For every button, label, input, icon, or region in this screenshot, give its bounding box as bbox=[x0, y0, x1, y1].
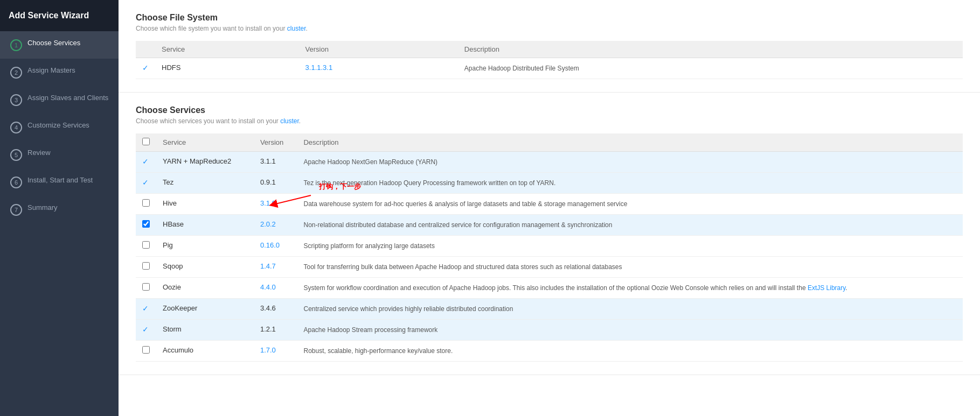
fs-version: 3.1.1.3.1 bbox=[299, 58, 458, 79]
svc-desc-cell: Apache Hadoop NextGen MapReduce (YARN) bbox=[297, 152, 963, 173]
svc-description: Apache Hadoop Stream processing framewor… bbox=[303, 326, 437, 334]
cluster-link[interactable]: cluster bbox=[287, 25, 306, 32]
fixed-check-icon: ✓ bbox=[142, 157, 149, 166]
service-row: Pig 0.16.0 Scripting platform for analyz… bbox=[136, 236, 963, 257]
svc-description: Centralized service which provides highl… bbox=[303, 305, 513, 313]
filesystem-row: ✓ HDFS 3.1.1.3.1 Apache Hadoop Distribut… bbox=[136, 58, 963, 79]
svc-checkbox[interactable] bbox=[142, 283, 150, 291]
fs-checkbox-cell[interactable]: ✓ bbox=[136, 58, 155, 79]
step-label-3: Assign Slaves and Clients bbox=[27, 94, 108, 103]
step-label-2: Assign Masters bbox=[27, 66, 75, 75]
check-icon: ✓ bbox=[142, 64, 149, 72]
svc-desc-cell: System for workflow coordination and exe… bbox=[297, 278, 963, 299]
svc-checkbox[interactable] bbox=[142, 220, 150, 228]
sidebar-item-customize-services[interactable]: 4 Customize Services bbox=[0, 114, 119, 141]
cluster-link2[interactable]: cluster bbox=[280, 117, 299, 125]
fixed-check-icon: ✓ bbox=[142, 178, 149, 187]
svc-description: Robust, scalable, high-performance key/v… bbox=[303, 347, 453, 355]
service-row: ✓ ZooKeeper 3.4.6 Centralized service wh… bbox=[136, 299, 963, 320]
svc-name: Sqoop bbox=[156, 257, 254, 278]
svc-fixed-check-cell: ✓ bbox=[136, 173, 156, 194]
sidebar-item-choose-services[interactable]: 1 Choose Services bbox=[0, 31, 119, 59]
svc-checkbox-cell[interactable] bbox=[136, 341, 156, 362]
svc-fixed-check-cell: ✓ bbox=[136, 152, 156, 173]
svc-name: ZooKeeper bbox=[156, 299, 254, 320]
service-row: ✓ Storm 1.2.1 Apache Hadoop Stream proce… bbox=[136, 320, 963, 341]
svc-fixed-check-cell: ✓ bbox=[136, 320, 156, 341]
sidebar-title: Add Service Wizard bbox=[0, 0, 119, 31]
sidebar-item-assign-masters[interactable]: 2 Assign Masters bbox=[0, 59, 119, 86]
svc-checkbox[interactable] bbox=[142, 346, 150, 354]
service-row: Accumulo 1.7.0 Robust, scalable, high-pe… bbox=[136, 341, 963, 362]
svc-desc-cell: Centralized service which provides highl… bbox=[297, 299, 963, 320]
svc-version: 0.9.1 bbox=[254, 173, 297, 194]
svc-version-link[interactable]: 0.16.0 bbox=[260, 241, 280, 249]
select-all-checkbox[interactable] bbox=[142, 138, 150, 145]
svc-version-link[interactable]: 4.4.0 bbox=[260, 283, 276, 291]
svc-name: Storm bbox=[156, 320, 254, 341]
sidebar-item-assign-slaves-and-clients[interactable]: 3 Assign Slaves and Clients bbox=[0, 86, 119, 114]
step-num-2: 2 bbox=[10, 67, 22, 79]
svc-name: HBase bbox=[156, 215, 254, 236]
service-row: ✓ YARN + MapReduce2 3.1.1 Apache Hadoop … bbox=[136, 152, 963, 173]
service-row: Oozie 4.4.0 System for workflow coordina… bbox=[136, 278, 963, 299]
svc-checkbox[interactable] bbox=[142, 262, 150, 270]
fs-col-service: Service bbox=[155, 41, 299, 58]
filesystem-section-subtitle: Choose which file system you want to ins… bbox=[136, 25, 963, 32]
svc-name: Tez bbox=[156, 173, 254, 194]
svc-version-link[interactable]: 3.1.0 bbox=[260, 199, 276, 207]
svc-desc-cell: Tool for transferring bulk data between … bbox=[297, 257, 963, 278]
svc-desc-cell: Robust, scalable, high-performance key/v… bbox=[297, 341, 963, 362]
svc-desc-cell: Non-relational distributed database and … bbox=[297, 215, 963, 236]
service-row: ✓ Tez 0.9.1 Tez is the next generation H… bbox=[136, 173, 963, 194]
svc-version: 1.2.1 bbox=[254, 320, 297, 341]
svc-checkbox-cell[interactable] bbox=[136, 257, 156, 278]
svc-version: 3.4.6 bbox=[254, 299, 297, 320]
fs-service-name: HDFS bbox=[155, 58, 299, 79]
svc-version: 3.1.0 bbox=[254, 194, 297, 215]
svc-col-version: Version bbox=[254, 133, 297, 152]
fs-description: Apache Hadoop Distributed File System bbox=[458, 58, 963, 79]
svc-name: Hive bbox=[156, 194, 254, 215]
main-content: Choose File System Choose which file sys… bbox=[119, 0, 980, 416]
services-section: Choose Services Choose which services yo… bbox=[119, 93, 980, 375]
services-section-subtitle: Choose which services you want to instal… bbox=[136, 117, 963, 125]
svc-checkbox[interactable] bbox=[142, 199, 150, 207]
svc-checkbox-cell[interactable] bbox=[136, 194, 156, 215]
step-label-4: Customize Services bbox=[27, 121, 89, 130]
svc-version: 1.4.7 bbox=[254, 257, 297, 278]
step-num-5: 5 bbox=[10, 149, 22, 161]
svc-description: Data warehouse system for ad-hoc queries… bbox=[303, 200, 627, 208]
step-label-6: Install, Start and Test bbox=[27, 176, 93, 185]
sidebar-item-summary[interactable]: 7 Summary bbox=[0, 196, 119, 223]
svc-description: System for workflow coordination and exe… bbox=[303, 284, 847, 292]
fixed-check-icon: ✓ bbox=[142, 325, 149, 334]
step-label-1: Choose Services bbox=[27, 39, 80, 48]
svc-version-link[interactable]: 1.7.0 bbox=[260, 346, 276, 354]
svc-name: Accumulo bbox=[156, 341, 254, 362]
svc-version-link[interactable]: 2.0.2 bbox=[260, 220, 276, 228]
sidebar-item-review[interactable]: 5 Review bbox=[0, 141, 119, 168]
svc-desc-cell: Apache Hadoop Stream processing framewor… bbox=[297, 320, 963, 341]
svc-checkbox-cell[interactable] bbox=[136, 215, 156, 236]
step-num-6: 6 bbox=[10, 177, 22, 188]
step-label-7: Summary bbox=[27, 203, 58, 213]
svc-desc-cell: Tez is the next generation Hadoop Query … bbox=[297, 173, 963, 194]
extjs-link[interactable]: ExtJS Library bbox=[808, 284, 845, 292]
svc-desc-cell: Scripting platform for analyzing large d… bbox=[297, 236, 963, 257]
svc-checkbox-cell[interactable] bbox=[136, 236, 156, 257]
svc-checkbox-cell[interactable] bbox=[136, 278, 156, 299]
filesystem-section-title: Choose File System bbox=[136, 13, 963, 23]
svc-name: Pig bbox=[156, 236, 254, 257]
svc-version-link[interactable]: 1.4.7 bbox=[260, 262, 276, 270]
filesystem-section: Choose File System Choose which file sys… bbox=[119, 0, 980, 93]
fixed-check-icon: ✓ bbox=[142, 304, 149, 313]
svc-version: 2.0.2 bbox=[254, 215, 297, 236]
fs-col-description: Description bbox=[458, 41, 963, 58]
svc-version: 3.1.1 bbox=[254, 152, 297, 173]
sidebar-item-install,-start-and-test[interactable]: 6 Install, Start and Test bbox=[0, 168, 119, 196]
svc-checkbox[interactable] bbox=[142, 241, 150, 249]
sidebar: Add Service Wizard 1 Choose Services 2 A… bbox=[0, 0, 119, 416]
step-label-5: Review bbox=[27, 149, 51, 158]
services-table: Service Version Description ✓ YARN + Map… bbox=[136, 133, 963, 362]
